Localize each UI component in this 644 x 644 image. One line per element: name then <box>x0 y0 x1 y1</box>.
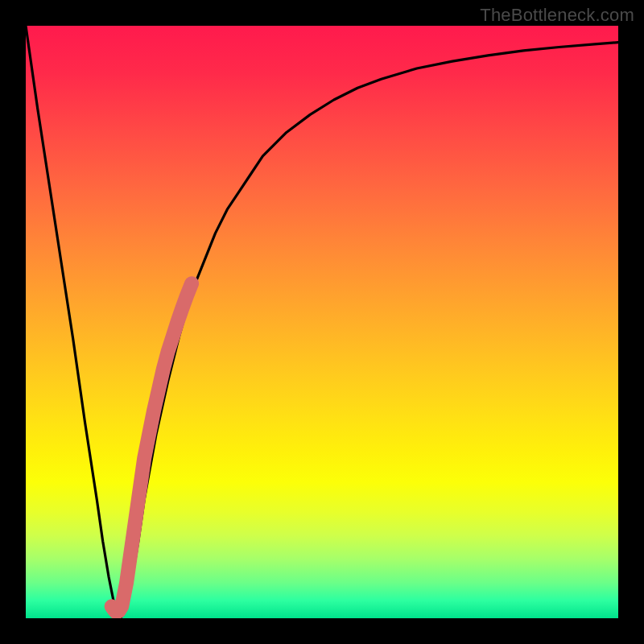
watermark-text: TheBottleneck.com <box>480 5 634 26</box>
highlight-segment <box>112 283 192 612</box>
bottleneck-curve <box>26 26 618 618</box>
chart-frame: TheBottleneck.com <box>0 0 644 644</box>
plot-area <box>26 26 618 618</box>
chart-overlay <box>26 26 618 618</box>
